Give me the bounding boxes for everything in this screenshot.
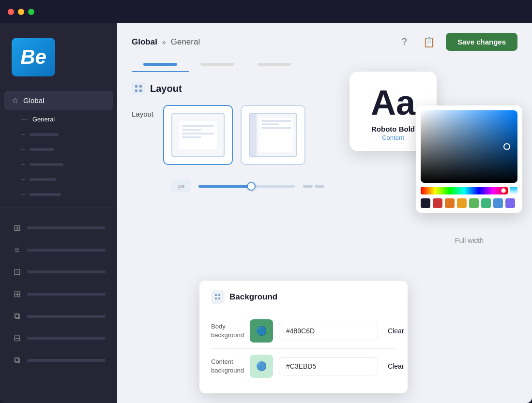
- header-actions: ? 📋 Save changes: [395, 33, 517, 51]
- sidebar-line-3: [30, 163, 63, 166]
- layout-icon: ⊞: [12, 223, 22, 233]
- app-window: Be ☆ Global — General –: [0, 0, 532, 403]
- close-dot[interactable]: [8, 9, 14, 15]
- tab-2[interactable]: [189, 56, 246, 72]
- slider-track[interactable]: [198, 185, 295, 188]
- logo-area: Be: [0, 33, 117, 91]
- swatch-purple[interactable]: [505, 198, 515, 208]
- swatch-blue[interactable]: [493, 198, 503, 208]
- sidebar: Be ☆ Global — General –: [0, 23, 117, 403]
- swatch-orange[interactable]: [445, 198, 455, 208]
- layout-card-2[interactable]: [241, 105, 305, 165]
- body-bg-clear-button[interactable]: Clear: [384, 324, 408, 338]
- tab-bar-2: [200, 63, 234, 66]
- layout-card-1[interactable]: [163, 105, 233, 165]
- sidebar-icon-item-6[interactable]: ⊟: [4, 328, 113, 348]
- sidebar-icon-item-7[interactable]: ⧉: [4, 350, 113, 370]
- content-bg-clear-button[interactable]: Clear: [384, 359, 408, 373]
- page-icon: ⊡: [12, 267, 22, 277]
- layout-label: Layout: [132, 110, 153, 118]
- sidebar-line-1: [30, 133, 59, 136]
- card-frame-1: [171, 113, 225, 157]
- content-bg-row: Content background 🔵 Clear: [211, 349, 396, 384]
- sidebar-icon-item-3[interactable]: ⊡: [4, 262, 113, 282]
- link-icon: ⧉: [12, 355, 22, 365]
- px-input[interactable]: px: [170, 179, 191, 193]
- hue-thumb[interactable]: [501, 188, 506, 193]
- content-bg-hex-input[interactable]: [279, 357, 378, 375]
- sidebar-icon-item-1[interactable]: ⊞: [4, 218, 113, 238]
- body-bg-color-icon: 🔵: [256, 326, 267, 336]
- bg-panel-title: Background: [229, 292, 277, 302]
- help-button[interactable]: ?: [395, 33, 413, 51]
- sidebar-sub-item-2[interactable]: –: [14, 127, 113, 142]
- copy-icon: ⧉: [12, 311, 22, 321]
- sidebar-sub-item-5[interactable]: –: [14, 172, 113, 187]
- sidebar-item-global[interactable]: ☆ Global: [4, 91, 113, 110]
- swatch-black[interactable]: [421, 198, 430, 208]
- color-circle[interactable]: [503, 143, 510, 150]
- background-panel: Background Body background 🔵 Clear Conte…: [199, 281, 408, 393]
- slider-thumb[interactable]: [247, 182, 256, 191]
- star-icon: ☆: [12, 96, 18, 105]
- sidebar-sub-item-4[interactable]: –: [14, 157, 113, 172]
- color-gradient[interactable]: [421, 110, 517, 183]
- sidebar-item-general[interactable]: — General: [14, 112, 113, 127]
- color-hue-bar: [421, 187, 517, 194]
- sidebar-sub: — General – – –: [4, 112, 113, 202]
- breadcrumb: Global » General: [132, 37, 200, 47]
- bg-panel-icon: [211, 290, 225, 304]
- swatch-green[interactable]: [469, 198, 479, 208]
- breadcrumb-general: General: [171, 37, 200, 47]
- sidebar-icon-item-5[interactable]: ⧉: [4, 306, 113, 326]
- swatch-yellow[interactable]: [457, 198, 467, 208]
- content-bg-label: Content background: [211, 358, 244, 375]
- tab-bar-3: [258, 63, 291, 66]
- sidebar-global-label: Global: [23, 96, 44, 104]
- sidebar-icon-item-2[interactable]: ≡: [4, 240, 113, 260]
- tab-1[interactable]: [132, 56, 189, 72]
- tab-bar-1: [143, 63, 177, 66]
- section-title: Layout: [150, 83, 182, 94]
- section-icon: [132, 82, 145, 95]
- alpha-bar[interactable]: [510, 187, 517, 194]
- titlebar: [0, 0, 532, 23]
- sidebar-icons: ⊞ ≡ ⊡ ⊞ ⧉: [0, 214, 117, 376]
- breadcrumb-sep: »: [162, 38, 166, 46]
- logo-box: Be: [12, 38, 55, 76]
- tab-3[interactable]: [246, 56, 303, 72]
- sidebar-line-4: [30, 178, 56, 181]
- sidebar-icon-item-4[interactable]: ⊞: [4, 284, 113, 304]
- app-body: Be ☆ Global — General –: [0, 23, 532, 403]
- minimize-dot[interactable]: [18, 9, 24, 15]
- slider-dots: [303, 185, 324, 188]
- maximize-dot[interactable]: [28, 9, 34, 15]
- swatch-red[interactable]: [433, 198, 442, 208]
- body-bg-row: Body background 🔵 Clear: [211, 313, 396, 349]
- content-bg-color-button[interactable]: 🔵: [250, 355, 273, 378]
- sidebar-line-5: [30, 193, 61, 196]
- color-picker: [416, 105, 522, 213]
- sidebar-divider: [0, 208, 117, 208]
- help-icon: ?: [401, 36, 407, 47]
- layout-cards: [163, 105, 305, 165]
- sidebar-sub-item-6[interactable]: –: [14, 187, 113, 202]
- full-width-label: Full width: [455, 237, 484, 244]
- notes-icon: 📋: [423, 36, 435, 48]
- body-bg-hex-input[interactable]: [279, 322, 378, 340]
- main-header: Global » General ? 📋 Save changes: [117, 23, 532, 56]
- content-bg-color-icon: 🔵: [256, 361, 267, 372]
- notes-button[interactable]: 📋: [421, 33, 438, 51]
- body-bg-color-button[interactable]: 🔵: [250, 319, 273, 343]
- swatch-teal[interactable]: [481, 198, 491, 208]
- breadcrumb-global: Global: [132, 37, 157, 47]
- sidebar-general-label: General: [32, 116, 55, 123]
- minus-icon: ⊟: [12, 333, 22, 343]
- hue-slider[interactable]: [421, 187, 508, 194]
- save-changes-button[interactable]: Save changes: [446, 33, 517, 51]
- slider-fill: [198, 185, 252, 188]
- sidebar-sub-item-3[interactable]: –: [14, 142, 113, 157]
- main-tabs: [117, 56, 532, 72]
- logo-text: Be: [20, 45, 46, 69]
- window-controls: [8, 9, 34, 15]
